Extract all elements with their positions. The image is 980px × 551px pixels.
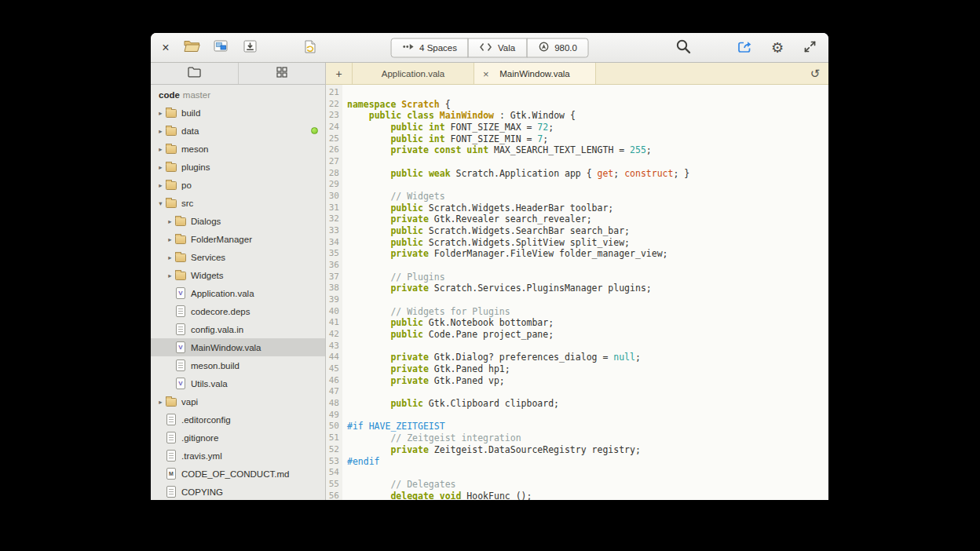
- tree-item-meson.build[interactable]: meson.build: [151, 356, 325, 374]
- save-as-button[interactable]: [239, 38, 261, 58]
- code-line[interactable]: public Gtk.Clipboard clipboard;: [347, 398, 828, 410]
- tree-item-widgets[interactable]: ▸Widgets: [151, 266, 325, 284]
- code-line[interactable]: [347, 386, 828, 398]
- expander-collapsed-icon[interactable]: ▸: [165, 217, 175, 225]
- file-label: codecore.deps: [191, 307, 250, 316]
- code-line[interactable]: public Scratch.Widgets.SearchBar search_…: [347, 225, 828, 237]
- tree-item-copying[interactable]: COPYING: [151, 483, 325, 500]
- code-line[interactable]: private Gtk.Paned hp1;: [347, 363, 828, 375]
- code-line[interactable]: public Scratch.Widgets.HeaderBar toolbar…: [347, 203, 828, 214]
- code-line[interactable]: // Widgets for Plugins: [347, 306, 828, 318]
- code-line[interactable]: private Gtk.Revealer search_revealer;: [347, 213, 828, 225]
- goto-line-button[interactable]: 980.0: [526, 38, 589, 57]
- window-close-button[interactable]: ×: [157, 38, 174, 57]
- tree-item-build[interactable]: ▸build: [151, 104, 325, 122]
- tree-item-.gitignore[interactable]: .gitignore: [151, 429, 325, 447]
- project-view-button[interactable]: [151, 63, 239, 84]
- new-tab-button[interactable]: +: [326, 63, 352, 84]
- code-line[interactable]: public class MainWindow : Gtk.Window {: [347, 110, 828, 122]
- tab-close-icon[interactable]: ×: [483, 68, 489, 79]
- tab-application-vala[interactable]: Application.vala: [352, 63, 474, 84]
- code-line[interactable]: private Scratch.Services.PluginsManager …: [347, 283, 828, 294]
- code-line[interactable]: public int FONT_SIZE_MIN = 7;: [347, 133, 828, 145]
- code-line[interactable]: public Scratch.Widgets.SplitView split_v…: [347, 237, 828, 249]
- tree-item-config.vala.in[interactable]: config.vala.in: [151, 320, 325, 338]
- expander-collapsed-icon[interactable]: ▸: [155, 398, 166, 406]
- expander-collapsed-icon[interactable]: ▸: [155, 127, 166, 135]
- status-badge: [311, 127, 318, 134]
- code-line[interactable]: [347, 341, 828, 352]
- expander-collapsed-icon[interactable]: ▸: [165, 254, 175, 261]
- code-line[interactable]: // Plugins: [347, 272, 828, 283]
- code-line[interactable]: [347, 156, 828, 168]
- code-line[interactable]: #endif: [347, 456, 828, 468]
- expander-expanded-icon[interactable]: ▾: [155, 199, 166, 207]
- tab-mainwindow-vala[interactable]: × MainWindow.vala: [474, 63, 596, 84]
- code-line[interactable]: [347, 179, 828, 191]
- code-line[interactable]: private Zeitgeist.DataSourceRegistry reg…: [347, 444, 828, 456]
- tree-item-plugins[interactable]: ▸plugins: [151, 158, 325, 176]
- code-line[interactable]: [347, 410, 828, 421]
- code-line[interactable]: public Gtk.Notebook bottombar;: [347, 317, 828, 329]
- settings-button[interactable]: ⚙: [766, 38, 788, 58]
- tree-item-application.vala[interactable]: VApplication.vala: [151, 284, 325, 302]
- line-number-gutter: 2122232425262728293031323334353637383940…: [326, 85, 342, 500]
- project-header[interactable]: codemaster: [151, 85, 325, 104]
- expander-collapsed-icon[interactable]: ▸: [155, 163, 166, 171]
- tree-item-mainwindow.vala[interactable]: VMainWindow.vala: [151, 338, 325, 356]
- code-line[interactable]: #if HAVE_ZEITGEIST: [347, 421, 828, 432]
- code-line[interactable]: private Gtk.Dialog? preferences_dialog =…: [347, 352, 828, 363]
- expander-collapsed-icon[interactable]: ▸: [155, 109, 166, 117]
- language-button[interactable]: Vala: [468, 38, 527, 57]
- code-line[interactable]: [347, 87, 828, 99]
- code-line[interactable]: public Code.Pane project_pane;: [347, 329, 828, 341]
- code-line[interactable]: private const uint MAX_SEARCH_TEXT_LENGT…: [347, 144, 828, 156]
- line-number: 41: [326, 317, 339, 329]
- code-line[interactable]: // Widgets: [347, 191, 828, 203]
- tree-item-utils.vala[interactable]: VUtils.vala: [151, 374, 325, 392]
- indent-width-button[interactable]: 4 Spaces: [390, 38, 469, 57]
- code-line[interactable]: [347, 260, 828, 272]
- code-line[interactable]: [347, 294, 828, 306]
- code-line[interactable]: public weak Scratch.Application app { ge…: [347, 168, 828, 180]
- code-line[interactable]: public int FONT_SIZE_MAX = 72;: [347, 122, 828, 133]
- file-label: data: [181, 126, 199, 136]
- templates-button[interactable]: [210, 38, 232, 58]
- code-line[interactable]: // Zeitgeist integration: [347, 432, 828, 444]
- tree-item-codecore.deps[interactable]: codecore.deps: [151, 302, 325, 320]
- tree-item-code_of_conduct.md[interactable]: MCODE_OF_CONDUCT.md: [151, 465, 325, 483]
- outline-view-button[interactable]: [239, 63, 326, 84]
- revert-button[interactable]: [299, 38, 321, 58]
- tree-item-po[interactable]: ▸po: [151, 176, 325, 194]
- code-line[interactable]: private Gtk.Paned vp;: [347, 375, 828, 387]
- sidebar: codemaster ▸build▸data▸meson▸plugins▸po▾…: [151, 85, 326, 500]
- code-line[interactable]: // Delegates: [347, 479, 828, 491]
- tree-item-foldermanager[interactable]: ▸FolderManager: [151, 230, 325, 248]
- search-button[interactable]: [672, 38, 694, 58]
- tree-item-dialogs[interactable]: ▸Dialogs: [151, 212, 325, 230]
- code-line[interactable]: [347, 467, 828, 479]
- tree-item-vapi[interactable]: ▸vapi: [151, 392, 325, 411]
- code-line[interactable]: delegate void HookFunc ();: [347, 491, 828, 500]
- code-area[interactable]: namespace Scratch { public class MainWin…: [342, 85, 828, 500]
- tree-item-src[interactable]: ▾src: [151, 194, 325, 212]
- share-button[interactable]: [734, 38, 756, 58]
- tree-item-services[interactable]: ▸Services: [151, 248, 325, 266]
- tree-item-.editorconfig[interactable]: .editorconfig: [151, 411, 325, 429]
- expander-collapsed-icon[interactable]: ▸: [155, 145, 166, 153]
- tree-item-data[interactable]: ▸data: [151, 122, 325, 140]
- expander-collapsed-icon[interactable]: ▸: [165, 272, 175, 279]
- fullscreen-button[interactable]: [799, 38, 821, 58]
- expander-collapsed-icon[interactable]: ▸: [165, 235, 175, 243]
- tree-item-.travis.yml[interactable]: .travis.yml: [151, 447, 325, 465]
- history-button[interactable]: ↺: [802, 63, 828, 84]
- tab-label: Application.vala: [382, 69, 445, 78]
- code-line[interactable]: private FolderManager.FileView folder_ma…: [347, 248, 828, 260]
- line-number: 38: [326, 283, 339, 294]
- open-folder-icon: [184, 40, 200, 55]
- code-line[interactable]: namespace Scratch {: [347, 99, 828, 111]
- open-button[interactable]: [181, 38, 203, 58]
- goto-line-icon: [538, 42, 549, 54]
- tree-item-meson[interactable]: ▸meson: [151, 140, 325, 158]
- expander-collapsed-icon[interactable]: ▸: [155, 181, 166, 189]
